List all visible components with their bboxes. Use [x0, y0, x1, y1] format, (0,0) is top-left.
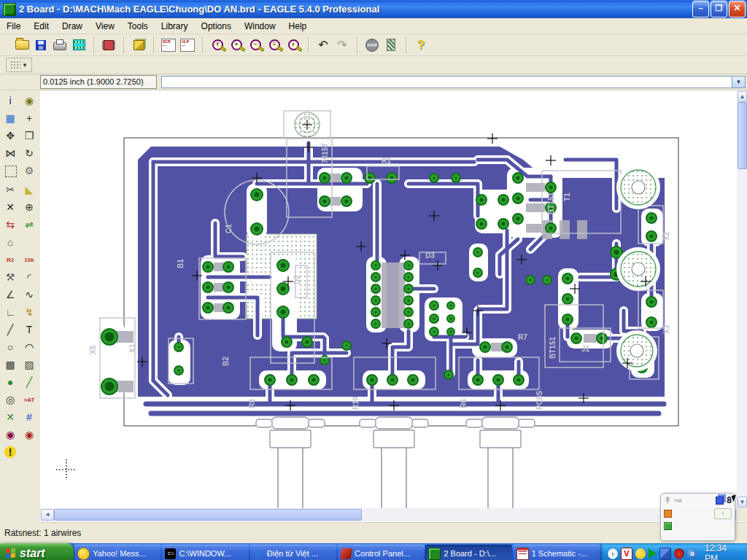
traffic-light-button[interactable]	[382, 37, 400, 53]
command-dropdown-button[interactable]: ▼	[732, 76, 746, 88]
zoom-in-button[interactable]: +	[228, 37, 245, 53]
tool-text[interactable]: T	[20, 321, 38, 338]
tool-attribute[interactable]: >AT	[20, 391, 38, 408]
tool-lock[interactable]: ⌂	[1, 233, 19, 251]
tool-warning[interactable]: !	[4, 446, 16, 458]
task-command-prompt[interactable]: C:\C:\WINDOW...	[162, 545, 248, 560]
maximize-button[interactable]: ❐	[711, 1, 727, 18]
shield-tray-icon[interactable]	[674, 548, 684, 559]
close-button[interactable]: ✕	[729, 1, 746, 18]
tool-value[interactable]: 10k	[20, 251, 38, 268]
scroll-left-button[interactable]: ◄	[41, 509, 54, 521]
cam-processor-button[interactable]	[70, 37, 88, 53]
tool-polygon[interactable]: ▨	[20, 356, 38, 373]
tool-errors[interactable]: ◉	[20, 426, 38, 443]
tool-via[interactable]: ●	[1, 373, 19, 391]
tool-replace[interactable]: ⇌	[20, 216, 38, 233]
task-eagle-board[interactable]: 2 Board - D:\...	[425, 545, 511, 560]
undo-button[interactable]: ↶	[314, 37, 332, 53]
tool-optimize[interactable]: ∿	[20, 286, 38, 303]
run-script-button[interactable]: SCR---	[160, 37, 177, 53]
task-internet-explorer[interactable]: eĐiện từ Việt ...	[250, 545, 336, 560]
scroll-down-button[interactable]: ▼	[738, 497, 747, 508]
tool-ripup[interactable]: ↯	[20, 303, 38, 321]
grid-button[interactable]: ▼	[6, 58, 32, 72]
tool-display[interactable]: ▦	[1, 109, 19, 127]
tool-rotate[interactable]: ↻	[20, 144, 38, 162]
tool-delete[interactable]: ✕	[1, 198, 19, 216]
vertical-scrollbar[interactable]: ▲ ▼	[737, 90, 747, 508]
tool-name[interactable]: R2	[1, 251, 19, 268]
redo-button[interactable]: ↷	[333, 37, 351, 53]
tool-cut[interactable]: ✂	[1, 181, 19, 198]
silkscreen-label: D2	[293, 275, 301, 284]
yahoo-tray-icon[interactable]	[635, 548, 646, 559]
menu-tools[interactable]: Tools	[121, 20, 155, 33]
tool-pinswap[interactable]: ⇆	[1, 216, 19, 233]
tool-hole[interactable]: ◎	[1, 391, 19, 408]
menu-file[interactable]: File	[0, 20, 27, 33]
tool-smash[interactable]: ⚒	[1, 268, 19, 286]
board-canvas[interactable]: 7815TC1R1R7D3D2B1B2X1X5BT151T1BT151J1R8R…	[40, 90, 737, 508]
menu-options[interactable]: Options	[195, 20, 238, 33]
task-control-panel[interactable]: Control Panel...	[338, 545, 424, 560]
run-ulp-button[interactable]: ULP---	[179, 37, 196, 53]
zoom-redraw-button[interactable]: r	[285, 37, 302, 53]
tool-wire[interactable]: ╱	[1, 321, 19, 338]
tool-ratsnest[interactable]: ✕	[1, 408, 19, 426]
board-schematic-switch-button[interactable]	[100, 37, 117, 53]
orange-square-icon	[664, 510, 672, 518]
menu-help[interactable]: Help	[282, 20, 314, 33]
horizontal-scroll-thumb[interactable]	[54, 509, 362, 521]
tool-paste[interactable]: ◣	[20, 181, 38, 198]
zoom-fit-button[interactable]: f	[209, 37, 226, 53]
tool-copy[interactable]: ❒	[20, 127, 38, 144]
tool-mark[interactable]: +	[20, 109, 38, 127]
scroll-up-button[interactable]: ▲	[738, 91, 747, 102]
tool-signal[interactable]: ╱	[20, 373, 38, 391]
play-arrow-tray-icon[interactable]	[649, 548, 657, 559]
zoom-select-button[interactable]: ≡	[266, 37, 283, 53]
tool-change[interactable]: ⚙	[20, 162, 38, 179]
print-button[interactable]	[51, 37, 69, 53]
horizontal-scrollbar[interactable]: ◄ ►	[40, 508, 737, 521]
tool-group[interactable]	[5, 166, 17, 177]
tool-move[interactable]: ✥	[1, 127, 19, 144]
avast-tray-icon[interactable]: a	[687, 548, 697, 559]
tool-drc[interactable]: ◉	[1, 426, 19, 443]
minimize-button[interactable]: –	[692, 1, 709, 18]
menu-view[interactable]: View	[89, 20, 121, 33]
menu-window[interactable]: Window	[238, 20, 282, 33]
menu-edit[interactable]: Edit	[27, 20, 55, 33]
tool-auto[interactable]: #	[20, 408, 38, 426]
tool-split[interactable]: ∠	[1, 286, 19, 303]
save-button[interactable]	[32, 37, 50, 53]
menu-library[interactable]: Library	[155, 20, 195, 33]
tool-circle[interactable]: ○	[1, 338, 19, 356]
tool-mirror[interactable]: ⋈	[1, 144, 19, 162]
zoom-out-button[interactable]: −	[247, 37, 264, 53]
menu-draw[interactable]: Draw	[55, 20, 89, 33]
open-button[interactable]	[13, 37, 31, 53]
stop-button[interactable]: STOP	[363, 37, 381, 53]
vertical-scroll-thumb[interactable]	[738, 102, 747, 169]
tool-rect[interactable]: ▩	[1, 356, 19, 373]
task-yahoo-messenger[interactable]: Yahoo! Mess...	[74, 545, 160, 560]
task-eagle-schematic[interactable]: 1 Schematic -...	[514, 545, 600, 560]
help-button[interactable]: ?	[412, 37, 430, 53]
expand-button[interactable]: ›	[714, 508, 732, 519]
tool-route[interactable]: ∟	[1, 303, 19, 321]
tool-show[interactable]: ◉	[20, 92, 38, 109]
network-tray-icon[interactable]	[659, 548, 671, 560]
library-button[interactable]	[130, 37, 147, 53]
tool-info[interactable]: i	[1, 92, 19, 109]
antivirus-tray-icon[interactable]: V	[621, 548, 632, 560]
tool-add[interactable]: ⊕	[20, 198, 38, 216]
silkscreen-label: 7815T	[321, 143, 329, 163]
yahoo-messenger-icon	[77, 548, 90, 560]
tool-miter[interactable]: ◜	[20, 268, 38, 286]
command-input[interactable]	[161, 76, 732, 88]
show-hidden-icons-button[interactable]: ‹	[608, 548, 618, 559]
start-button[interactable]: start	[0, 543, 74, 560]
tool-arc[interactable]: ◠	[20, 338, 38, 356]
